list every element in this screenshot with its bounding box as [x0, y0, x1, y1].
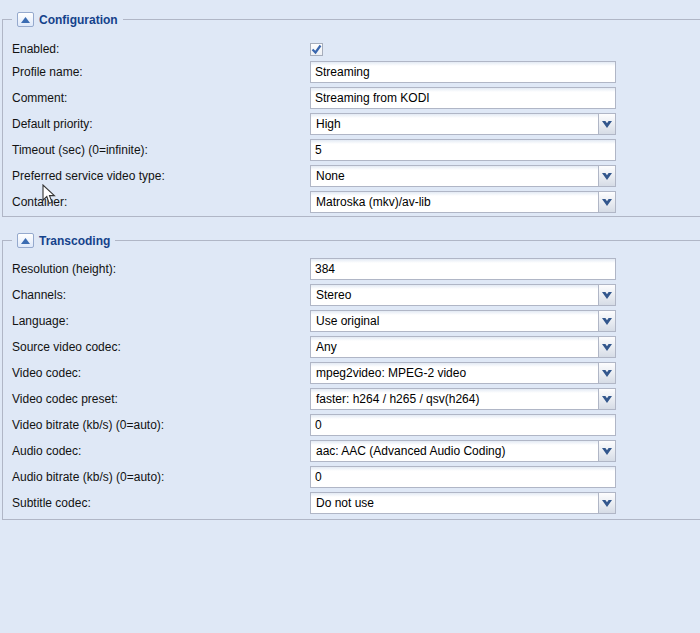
field-row-video-codec-preset: Video codec preset:faster: h264 / h265 /…: [3, 386, 700, 412]
dropdown-trigger-button[interactable]: [598, 389, 615, 409]
dropdown-trigger-button[interactable]: [598, 192, 615, 212]
language-select-value: Use original: [311, 314, 598, 328]
default-priority-select-value: High: [311, 117, 598, 131]
preferred-service-video-type-select-value: None: [311, 169, 598, 183]
transcoding-section: Transcoding Resolution (height):Channels…: [2, 240, 700, 520]
field-row-subtitle-codec: Subtitle codec:Do not use: [3, 490, 700, 516]
resolution-height-input[interactable]: [310, 258, 616, 280]
chevron-down-icon: [602, 396, 612, 403]
timeout-sec-0-infinite-label: Timeout (sec) (0=infinite):: [12, 143, 310, 157]
arrow-up-icon: [21, 238, 30, 244]
enabled-label: Enabled:: [12, 42, 310, 56]
channels-label: Channels:: [12, 288, 310, 302]
channels-select-value: Stereo: [311, 288, 598, 302]
field-row-video-codec: Video codec:mpeg2video: MPEG-2 video: [3, 360, 700, 386]
dropdown-trigger-button[interactable]: [598, 311, 615, 331]
timeout-sec-0-infinite-input[interactable]: [310, 139, 616, 161]
dropdown-trigger-button[interactable]: [598, 285, 615, 305]
dropdown-trigger-button[interactable]: [598, 493, 615, 513]
field-row-channels: Channels:Stereo: [3, 282, 700, 308]
chevron-down-icon: [602, 448, 612, 455]
field-row-comment: Comment:: [3, 85, 700, 111]
field-row-source-video-codec: Source video codec:Any: [3, 334, 700, 360]
configuration-legend: Configuration: [12, 10, 123, 29]
chevron-down-icon: [602, 199, 612, 206]
dropdown-trigger-button[interactable]: [598, 363, 615, 383]
subtitle-codec-label: Subtitle codec:: [12, 496, 310, 510]
collapse-toggle-button[interactable]: [17, 233, 34, 248]
field-row-preferred-service-video-type: Preferred service video type:None: [3, 163, 700, 189]
default-priority-select[interactable]: High: [310, 113, 616, 135]
section-title: Configuration: [39, 13, 118, 27]
chevron-down-icon: [602, 500, 612, 507]
audio-bitrate-kb-s-0-auto-input[interactable]: [310, 466, 616, 488]
comment-label: Comment:: [12, 91, 310, 105]
source-video-codec-select[interactable]: Any: [310, 336, 616, 358]
chevron-down-icon: [602, 121, 612, 128]
language-label: Language:: [12, 314, 310, 328]
preferred-service-video-type-label: Preferred service video type:: [12, 169, 310, 183]
chevron-down-icon: [602, 344, 612, 351]
configuration-section: Configuration Enabled:Profile name:Comme…: [2, 19, 700, 217]
audio-codec-select-value: aac: AAC (Advanced Audio Coding): [311, 444, 598, 458]
chevron-down-icon: [602, 370, 612, 377]
configuration-fields: Enabled:Profile name:Comment:Default pri…: [3, 38, 700, 215]
audio-bitrate-kb-s-0-auto-label: Audio bitrate (kb/s) (0=auto):: [12, 470, 310, 484]
video-bitrate-kb-s-0-auto-input[interactable]: [310, 414, 616, 436]
subtitle-codec-select[interactable]: Do not use: [310, 492, 616, 514]
transcoding-legend: Transcoding: [12, 231, 115, 250]
dropdown-trigger-button[interactable]: [598, 166, 615, 186]
field-row-timeout-sec-0-infinite: Timeout (sec) (0=infinite):: [3, 137, 700, 163]
video-codec-select-value: mpeg2video: MPEG-2 video: [311, 366, 598, 380]
field-row-audio-codec: Audio codec:aac: AAC (Advanced Audio Cod…: [3, 438, 700, 464]
comment-input[interactable]: [310, 87, 616, 109]
audio-codec-select[interactable]: aac: AAC (Advanced Audio Coding): [310, 440, 616, 462]
video-codec-preset-select-value: faster: h264 / h265 / qsv(h264): [311, 392, 598, 406]
video-codec-label: Video codec:: [12, 366, 310, 380]
chevron-down-icon: [602, 173, 612, 180]
source-video-codec-label: Source video codec:: [12, 340, 310, 354]
field-row-audio-bitrate-kb-s-0-auto: Audio bitrate (kb/s) (0=auto):: [3, 464, 700, 490]
checkmark-icon: [311, 44, 322, 55]
field-row-container: Container:Matroska (mkv)/av-lib: [3, 189, 700, 215]
channels-select[interactable]: Stereo: [310, 284, 616, 306]
container-select-value: Matroska (mkv)/av-lib: [311, 195, 598, 209]
video-codec-preset-select[interactable]: faster: h264 / h265 / qsv(h264): [310, 388, 616, 410]
field-row-language: Language:Use original: [3, 308, 700, 334]
source-video-codec-select-value: Any: [311, 340, 598, 354]
chevron-down-icon: [602, 318, 612, 325]
profile-name-label: Profile name:: [12, 65, 310, 79]
language-select[interactable]: Use original: [310, 310, 616, 332]
video-codec-select[interactable]: mpeg2video: MPEG-2 video: [310, 362, 616, 384]
dropdown-trigger-button[interactable]: [598, 337, 615, 357]
profile-name-input[interactable]: [310, 61, 616, 83]
preferred-service-video-type-select[interactable]: None: [310, 165, 616, 187]
default-priority-label: Default priority:: [12, 117, 310, 131]
subtitle-codec-select-value: Do not use: [311, 496, 598, 510]
chevron-down-icon: [602, 292, 612, 299]
video-bitrate-kb-s-0-auto-label: Video bitrate (kb/s) (0=auto):: [12, 418, 310, 432]
section-title: Transcoding: [39, 234, 110, 248]
collapse-toggle-button[interactable]: [17, 12, 34, 27]
resolution-height-label: Resolution (height):: [12, 262, 310, 276]
field-row-enabled: Enabled:: [3, 38, 700, 59]
field-row-profile-name: Profile name:: [3, 59, 700, 85]
container-label: Container:: [12, 195, 310, 209]
stream-profile-form: { "colors": { "background": "#dfe8f6", "…: [0, 0, 700, 633]
dropdown-trigger-button[interactable]: [598, 441, 615, 461]
field-row-resolution-height: Resolution (height):: [3, 256, 700, 282]
video-codec-preset-label: Video codec preset:: [12, 392, 310, 406]
field-row-default-priority: Default priority:High: [3, 111, 700, 137]
audio-codec-label: Audio codec:: [12, 444, 310, 458]
enabled-checkbox[interactable]: [310, 43, 323, 56]
dropdown-trigger-button[interactable]: [598, 114, 615, 134]
container-select[interactable]: Matroska (mkv)/av-lib: [310, 191, 616, 213]
field-row-video-bitrate-kb-s-0-auto: Video bitrate (kb/s) (0=auto):: [3, 412, 700, 438]
arrow-up-icon: [21, 17, 30, 23]
transcoding-fields: Resolution (height):Channels:StereoLangu…: [3, 256, 700, 516]
